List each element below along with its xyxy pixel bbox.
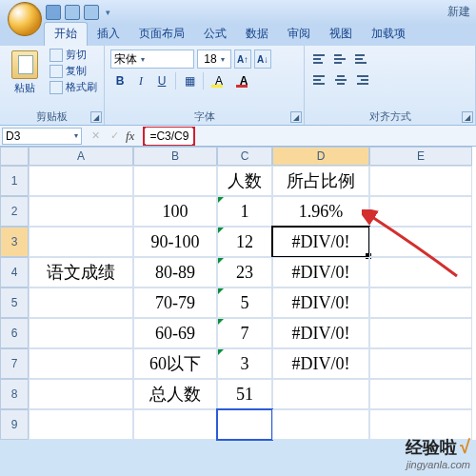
- tab-insert[interactable]: 插入: [88, 23, 129, 46]
- align-bottom-button[interactable]: [352, 50, 371, 69]
- cell-D5[interactable]: #DIV/0!: [272, 288, 369, 318]
- cell-B8[interactable]: 总人数: [133, 379, 217, 409]
- underline-button[interactable]: U: [152, 71, 171, 90]
- tab-view[interactable]: 视图: [320, 23, 362, 46]
- cell-E7[interactable]: [369, 348, 472, 379]
- redo-icon[interactable]: [84, 5, 99, 20]
- grow-font-button[interactable]: A↑: [234, 50, 251, 69]
- align-center-button[interactable]: [331, 70, 350, 89]
- cell-C6[interactable]: 7: [217, 318, 272, 348]
- formula-input[interactable]: =C3/C9: [146, 128, 192, 145]
- row-9[interactable]: 9: [0, 409, 29, 440]
- cell-A8[interactable]: [29, 379, 133, 409]
- cell-B9[interactable]: [133, 409, 217, 440]
- cell-D9[interactable]: [272, 409, 369, 440]
- office-button[interactable]: [8, 2, 42, 36]
- cell-A2[interactable]: [29, 196, 133, 227]
- select-all-corner[interactable]: [0, 147, 29, 166]
- cell-E5[interactable]: [369, 288, 472, 318]
- cell-B1[interactable]: [133, 166, 217, 196]
- col-D[interactable]: D: [272, 147, 369, 166]
- paste-button[interactable]: 粘贴: [6, 48, 44, 105]
- cell-A9[interactable]: [29, 409, 133, 440]
- font-size-combo[interactable]: 18▾: [197, 50, 231, 69]
- cell-C7[interactable]: 3: [217, 348, 272, 379]
- cell-A6[interactable]: [29, 318, 133, 348]
- shrink-font-button[interactable]: A↓: [254, 50, 271, 69]
- align-left-button[interactable]: [310, 70, 329, 89]
- cell-B4[interactable]: 80-89: [133, 257, 217, 288]
- font-launcher-icon[interactable]: ◢: [290, 111, 302, 123]
- cell-E8[interactable]: [369, 379, 472, 409]
- qat-dropdown-icon[interactable]: ▾: [103, 6, 112, 19]
- cell-E1[interactable]: [369, 166, 472, 196]
- cell-C9[interactable]: [217, 409, 272, 440]
- enter-icon[interactable]: ✓: [107, 129, 122, 144]
- cell-D8[interactable]: [272, 379, 369, 409]
- cell-E2[interactable]: [369, 196, 472, 227]
- row-8[interactable]: 8: [0, 379, 29, 409]
- cell-D3[interactable]: #DIV/0!: [272, 227, 369, 257]
- col-C[interactable]: C: [217, 147, 272, 166]
- tab-review[interactable]: 审阅: [278, 23, 320, 46]
- fill-color-button[interactable]: A: [208, 71, 230, 90]
- align-top-button[interactable]: [310, 50, 329, 69]
- save-icon[interactable]: [46, 5, 61, 20]
- cell-E4[interactable]: [369, 257, 472, 288]
- tab-start[interactable]: 开始: [44, 22, 88, 46]
- font-name-combo[interactable]: 宋体▾: [110, 50, 194, 69]
- row-3[interactable]: 3: [0, 227, 29, 257]
- row-7[interactable]: 7: [0, 348, 29, 379]
- clipboard-launcher-icon[interactable]: ◢: [90, 111, 102, 123]
- cell-A7[interactable]: [29, 348, 133, 379]
- cell-B3[interactable]: 90-100: [133, 227, 217, 257]
- tab-formula[interactable]: 公式: [194, 23, 236, 46]
- cell-C8[interactable]: 51: [217, 379, 272, 409]
- row-6[interactable]: 6: [0, 318, 29, 348]
- align-right-button[interactable]: [352, 70, 371, 89]
- cell-A3[interactable]: [29, 227, 133, 257]
- cell-D2[interactable]: 1.96%: [272, 196, 369, 227]
- italic-button[interactable]: I: [131, 71, 150, 90]
- cell-D1[interactable]: 所占比例: [272, 166, 369, 196]
- bold-button[interactable]: B: [110, 71, 129, 90]
- cut-button[interactable]: 剪切: [50, 48, 97, 62]
- cell-B6[interactable]: 60-69: [133, 318, 217, 348]
- align-launcher-icon[interactable]: ◢: [462, 111, 473, 123]
- cell-C2[interactable]: 1: [217, 196, 272, 227]
- col-A[interactable]: A: [29, 147, 133, 166]
- cell-B5[interactable]: 70-79: [133, 288, 217, 318]
- undo-icon[interactable]: [65, 5, 80, 20]
- cell-E6[interactable]: [369, 318, 472, 348]
- name-box[interactable]: D3▾: [2, 128, 82, 145]
- cell-C5[interactable]: 5: [217, 288, 272, 318]
- align-middle-button[interactable]: [331, 50, 350, 69]
- cell-A1[interactable]: [29, 166, 133, 196]
- tab-addin[interactable]: 加载项: [362, 23, 415, 46]
- cell-B2[interactable]: 100: [133, 196, 217, 227]
- format-painter-button[interactable]: 格式刷: [50, 80, 97, 94]
- row-1[interactable]: 1: [0, 166, 29, 196]
- row-2[interactable]: 2: [0, 196, 29, 227]
- cell-A5[interactable]: [29, 288, 133, 318]
- cell-C1[interactable]: 人数: [217, 166, 272, 196]
- cell-D6[interactable]: #DIV/0!: [272, 318, 369, 348]
- copy-button[interactable]: 复制: [50, 64, 97, 78]
- cancel-icon[interactable]: ✕: [88, 129, 103, 144]
- row-4[interactable]: 4: [0, 257, 29, 288]
- col-E[interactable]: E: [369, 147, 472, 166]
- tab-data[interactable]: 数据: [236, 23, 278, 46]
- border-button[interactable]: ▦: [180, 71, 199, 90]
- row-5[interactable]: 5: [0, 288, 29, 318]
- cell-D7[interactable]: #DIV/0!: [272, 348, 369, 379]
- cell-E3[interactable]: [369, 227, 472, 257]
- cell-C3[interactable]: 12: [217, 227, 272, 257]
- tab-layout[interactable]: 页面布局: [129, 23, 194, 46]
- col-B[interactable]: B: [133, 147, 217, 166]
- cell-A4[interactable]: 语文成绩: [29, 257, 133, 288]
- cell-B7[interactable]: 60以下: [133, 348, 217, 379]
- fx-icon[interactable]: fx: [126, 129, 134, 144]
- cell-C4[interactable]: 23: [217, 257, 272, 288]
- font-color-button[interactable]: A: [232, 71, 255, 90]
- cell-D4[interactable]: #DIV/0!: [272, 257, 369, 288]
